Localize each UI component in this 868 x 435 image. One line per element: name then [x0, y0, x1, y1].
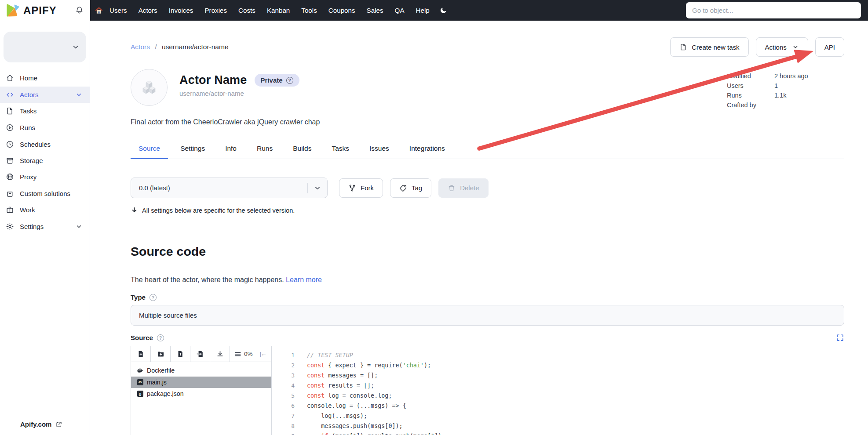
topbar-nav: UsersActorsInvoicesProxiesCostsKanbanToo… — [90, 7, 447, 14]
actor-description: Final actor from the CheerioCrawler aka … — [131, 118, 844, 126]
tab-issues[interactable]: Issues — [361, 145, 397, 159]
topnav-item-coupons[interactable]: Coupons — [323, 7, 361, 14]
topnav-item-tools[interactable]: Tools — [295, 7, 322, 14]
theme-toggle-moon-icon[interactable] — [440, 7, 447, 14]
code-line[interactable]: 9 if (msgs[1]) results.push(msgs[1]); — [272, 431, 844, 435]
sidebar-footer-link[interactable]: Apify.com — [0, 420, 90, 428]
file-item-main-js[interactable]: JSmain.js — [131, 377, 271, 388]
sidebar-item-label: Custom solutions — [20, 190, 70, 197]
sidebar-item-schedules[interactable]: Schedules — [0, 136, 90, 152]
version-select-value: 0.0 (latest) — [139, 184, 170, 192]
git-fork-icon — [348, 184, 356, 192]
topnav-item-sales[interactable]: Sales — [361, 7, 389, 14]
topbar: APIFY UsersActorsInvoicesProxiesCostsKan… — [0, 0, 868, 21]
meta-row-modified: Modified2 hours ago — [727, 72, 844, 80]
sidebar: HomeActorsTasksRunsSchedulesStorageProxy… — [0, 21, 90, 435]
tag-button[interactable]: Tag — [390, 178, 431, 198]
sidebar-item-label: Proxy — [20, 173, 36, 181]
delete-button[interactable]: Delete — [438, 178, 488, 198]
topnav-item-kanban[interactable]: Kanban — [261, 7, 295, 14]
topnav-item-costs[interactable]: Costs — [233, 7, 261, 14]
sidebar-item-settings[interactable]: Settings — [0, 218, 90, 235]
tab-tasks[interactable]: Tasks — [324, 145, 357, 159]
sidebar-item-custom-solutions[interactable]: Custom solutions — [0, 185, 90, 202]
source-label: Source — [131, 334, 153, 341]
topnav-item-users[interactable]: Users — [104, 7, 133, 14]
learn-more-link[interactable]: Learn more — [286, 276, 322, 283]
home-house-icon[interactable] — [95, 7, 103, 14]
sidebar-item-home[interactable]: Home — [0, 70, 90, 87]
sidebar-item-tasks[interactable]: Tasks — [0, 103, 90, 120]
download-button[interactable] — [210, 346, 230, 362]
sidebar-item-label: Work — [20, 206, 35, 214]
bag-icon — [6, 189, 14, 198]
apify-console-page: APIFY UsersActorsInvoicesProxiesCostsKan… — [0, 0, 868, 435]
line-number: 3 — [272, 370, 295, 381]
archive-icon — [6, 156, 14, 165]
sidebar-nav: HomeActorsTasksRunsSchedulesStorageProxy… — [0, 70, 90, 235]
fork-button[interactable]: Fork — [339, 178, 383, 198]
sidebar-item-storage[interactable]: Storage — [0, 152, 90, 169]
api-button[interactable]: API — [815, 37, 844, 57]
code-line[interactable]: 5const log = console.log; — [272, 391, 844, 401]
code-line[interactable]: 8 messages.push(msgs[0]); — [272, 421, 844, 431]
new-file-icon — [137, 350, 145, 358]
topnav-item-help[interactable]: Help — [410, 7, 435, 14]
source-type-select[interactable]: Multiple source files — [131, 305, 844, 326]
meta-row-crafted-by: Crafted by — [727, 102, 844, 109]
sidebar-item-runs[interactable]: Runs — [0, 120, 90, 136]
topnav-item-actors[interactable]: Actors — [133, 7, 163, 14]
line-number: 2 — [272, 360, 295, 370]
topnav-item-qa[interactable]: QA — [389, 7, 410, 14]
chevron-down-icon — [792, 44, 799, 51]
version-select[interactable]: 0.0 (latest) — [131, 178, 328, 198]
actor-tabs: SourceSettingsInfoRunsBuildsTasksIssuesI… — [131, 145, 844, 159]
file-item-package-json[interactable]: {}package.json — [131, 388, 271, 400]
wrap-toggle[interactable]: |← — [257, 346, 269, 362]
topnav-item-invoices[interactable]: Invoices — [163, 7, 199, 14]
chevron-down-icon — [75, 223, 83, 230]
code-line[interactable]: 1// TEST SETUP — [272, 350, 844, 360]
code-line[interactable]: 2const { expect } = require('chai'); — [272, 360, 844, 370]
tab-builds[interactable]: Builds — [285, 145, 319, 159]
account-selector[interactable] — [4, 32, 86, 62]
gear-icon — [6, 222, 14, 231]
topbar-brand: APIFY — [0, 0, 90, 21]
file-item-dockerfile[interactable]: Dockerfile — [131, 365, 271, 377]
apify-logo-icon — [6, 3, 20, 18]
new-folder-button[interactable] — [151, 346, 171, 362]
code-line[interactable]: 7 log(...msgs); — [272, 411, 844, 421]
help-question-icon[interactable]: ? — [157, 334, 164, 341]
code-editor[interactable]: 1// TEST SETUP2const { expect } = requir… — [272, 346, 844, 435]
tab-source[interactable]: Source — [131, 145, 168, 159]
sidebar-item-proxy[interactable]: Proxy — [0, 169, 90, 185]
sidebar-item-actors[interactable]: Actors — [0, 87, 90, 103]
fullscreen-expand-icon[interactable] — [836, 334, 844, 342]
import-file-button[interactable] — [190, 346, 210, 362]
tab-runs[interactable]: Runs — [249, 145, 281, 159]
document-icon — [679, 43, 687, 51]
sidebar-item-work[interactable]: Work — [0, 202, 90, 218]
code-line[interactable]: 6console.log = (...msgs) => { — [272, 401, 844, 411]
breadcrumb-actors-link[interactable]: Actors — [131, 43, 150, 51]
zoom-value: 0% — [244, 351, 253, 357]
zoom-control[interactable]: 0% — [230, 346, 257, 362]
file-list: DockerfileJSmain.js{}package.json — [131, 362, 271, 400]
topnav-item-proxies[interactable]: Proxies — [199, 7, 233, 14]
goto-object-search-input[interactable] — [686, 2, 861, 18]
notifications-bell-icon[interactable] — [75, 6, 84, 15]
create-new-task-button[interactable]: Create new task — [670, 37, 748, 57]
tab-info[interactable]: Info — [217, 145, 244, 159]
play-icon — [6, 123, 14, 132]
tab-settings[interactable]: Settings — [172, 145, 213, 159]
tab-integrations[interactable]: Integrations — [401, 145, 453, 159]
upload-file-button[interactable] — [171, 346, 190, 362]
help-question-icon[interactable]: ? — [150, 294, 157, 301]
actions-dropdown-button[interactable]: Actions — [756, 37, 808, 57]
code-line[interactable]: 3const messages = []; — [272, 370, 844, 381]
code-line[interactable]: 4const results = []; — [272, 381, 844, 391]
actor-avatar — [131, 69, 168, 106]
chevron-down-icon — [314, 184, 321, 192]
new-file-button[interactable] — [131, 346, 151, 362]
help-question-icon[interactable]: ? — [286, 77, 293, 84]
